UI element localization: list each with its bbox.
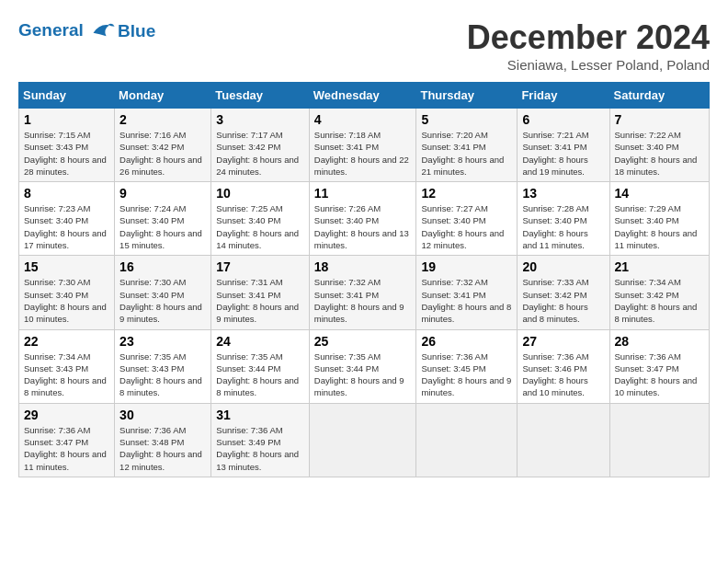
day-number: 6	[522, 112, 604, 127]
day-info: Sunrise: 7:26 AMSunset: 3:40 PMDaylight:…	[314, 202, 412, 251]
day-info: Sunrise: 7:18 AMSunset: 3:41 PMDaylight:…	[314, 129, 412, 178]
calendar-cell: 14Sunrise: 7:29 AMSunset: 3:40 PMDayligh…	[609, 182, 710, 256]
day-info: Sunrise: 7:35 AMSunset: 3:44 PMDaylight:…	[216, 350, 304, 399]
day-info: Sunrise: 7:36 AMSunset: 3:48 PMDaylight:…	[119, 424, 206, 473]
calendar-cell	[518, 403, 609, 477]
header-friday: Friday	[518, 83, 609, 109]
calendar-cell: 23Sunrise: 7:35 AMSunset: 3:43 PMDayligh…	[115, 329, 211, 403]
calendar-cell: 19Sunrise: 7:32 AMSunset: 3:41 PMDayligh…	[416, 256, 518, 329]
day-info: Sunrise: 7:21 AMSunset: 3:41 PMDaylight:…	[522, 129, 604, 178]
location-subtitle: Sieniawa, Lesser Poland, Poland	[467, 57, 710, 73]
week-row-2: 8Sunrise: 7:23 AMSunset: 3:40 PMDaylight…	[19, 182, 710, 256]
day-number: 19	[421, 259, 512, 274]
day-info: Sunrise: 7:22 AMSunset: 3:40 PMDaylight:…	[615, 129, 705, 178]
calendar-cell: 22Sunrise: 7:34 AMSunset: 3:43 PMDayligh…	[19, 329, 115, 403]
logo: General Blue	[18, 18, 155, 44]
calendar-header-row: SundayMondayTuesdayWednesdayThursdayFrid…	[19, 83, 710, 109]
header-thursday: Thursday	[416, 83, 518, 109]
day-info: Sunrise: 7:35 AMSunset: 3:44 PMDaylight:…	[314, 350, 412, 399]
day-number: 13	[522, 186, 604, 201]
day-number: 15	[24, 259, 109, 274]
calendar-cell: 2Sunrise: 7:16 AMSunset: 3:42 PMDaylight…	[115, 109, 211, 182]
day-number: 20	[522, 259, 604, 274]
week-row-5: 29Sunrise: 7:36 AMSunset: 3:47 PMDayligh…	[19, 403, 710, 477]
day-info: Sunrise: 7:36 AMSunset: 3:47 PMDaylight:…	[615, 350, 705, 399]
day-info: Sunrise: 7:34 AMSunset: 3:43 PMDaylight:…	[24, 350, 109, 399]
week-row-1: 1Sunrise: 7:15 AMSunset: 3:43 PMDaylight…	[19, 109, 710, 182]
calendar-cell: 3Sunrise: 7:17 AMSunset: 3:42 PMDaylight…	[211, 109, 310, 182]
calendar-cell: 27Sunrise: 7:36 AMSunset: 3:46 PMDayligh…	[518, 329, 609, 403]
day-number: 25	[314, 334, 412, 349]
calendar-cell: 26Sunrise: 7:36 AMSunset: 3:45 PMDayligh…	[416, 329, 518, 403]
day-info: Sunrise: 7:36 AMSunset: 3:45 PMDaylight:…	[421, 350, 512, 399]
day-number: 11	[314, 186, 412, 201]
day-number: 7	[615, 112, 705, 127]
day-info: Sunrise: 7:32 AMSunset: 3:41 PMDaylight:…	[421, 276, 512, 325]
day-number: 10	[216, 186, 304, 201]
week-row-3: 15Sunrise: 7:30 AMSunset: 3:40 PMDayligh…	[19, 256, 710, 329]
day-info: Sunrise: 7:27 AMSunset: 3:40 PMDaylight:…	[421, 202, 512, 251]
calendar-cell: 5Sunrise: 7:20 AMSunset: 3:41 PMDaylight…	[416, 109, 518, 182]
calendar-cell: 18Sunrise: 7:32 AMSunset: 3:41 PMDayligh…	[309, 256, 416, 329]
title-block: December 2024 Sieniawa, Lesser Poland, P…	[467, 18, 710, 73]
calendar-cell: 30Sunrise: 7:36 AMSunset: 3:48 PMDayligh…	[115, 403, 211, 477]
calendar-cell	[309, 403, 416, 477]
week-row-4: 22Sunrise: 7:34 AMSunset: 3:43 PMDayligh…	[19, 329, 710, 403]
day-number: 28	[615, 334, 705, 349]
day-number: 1	[24, 112, 109, 127]
calendar-cell: 25Sunrise: 7:35 AMSunset: 3:44 PMDayligh…	[309, 329, 416, 403]
day-number: 4	[314, 112, 412, 127]
day-info: Sunrise: 7:30 AMSunset: 3:40 PMDaylight:…	[119, 276, 206, 325]
calendar-cell	[609, 403, 710, 477]
calendar-cell: 28Sunrise: 7:36 AMSunset: 3:47 PMDayligh…	[609, 329, 710, 403]
day-info: Sunrise: 7:36 AMSunset: 3:47 PMDaylight:…	[24, 424, 109, 473]
logo-text-general: General	[18, 20, 84, 40]
day-info: Sunrise: 7:23 AMSunset: 3:40 PMDaylight:…	[24, 202, 109, 251]
calendar-cell	[416, 403, 518, 477]
calendar-cell: 6Sunrise: 7:21 AMSunset: 3:41 PMDaylight…	[518, 109, 609, 182]
day-number: 17	[216, 259, 304, 274]
day-number: 14	[615, 186, 705, 201]
calendar-cell: 9Sunrise: 7:24 AMSunset: 3:40 PMDaylight…	[115, 182, 211, 256]
day-info: Sunrise: 7:36 AMSunset: 3:49 PMDaylight:…	[216, 424, 304, 473]
calendar-cell: 24Sunrise: 7:35 AMSunset: 3:44 PMDayligh…	[211, 329, 310, 403]
header-sunday: Sunday	[19, 83, 115, 109]
calendar-cell: 7Sunrise: 7:22 AMSunset: 3:40 PMDaylight…	[609, 109, 710, 182]
day-number: 29	[24, 408, 109, 422]
day-info: Sunrise: 7:31 AMSunset: 3:41 PMDaylight:…	[216, 276, 304, 325]
day-info: Sunrise: 7:15 AMSunset: 3:43 PMDaylight:…	[24, 129, 109, 178]
header-wednesday: Wednesday	[309, 83, 416, 109]
day-number: 18	[314, 259, 412, 274]
calendar-cell: 12Sunrise: 7:27 AMSunset: 3:40 PMDayligh…	[416, 182, 518, 256]
day-info: Sunrise: 7:17 AMSunset: 3:42 PMDaylight:…	[216, 129, 304, 178]
page-header: General Blue December 2024 Sieniawa, Les…	[18, 18, 710, 73]
day-number: 27	[522, 334, 604, 349]
day-number: 9	[119, 186, 206, 201]
day-number: 30	[119, 408, 206, 422]
calendar-cell: 31Sunrise: 7:36 AMSunset: 3:49 PMDayligh…	[211, 403, 310, 477]
day-info: Sunrise: 7:28 AMSunset: 3:40 PMDaylight:…	[522, 202, 604, 251]
day-number: 21	[615, 259, 705, 274]
day-number: 8	[24, 186, 109, 201]
day-info: Sunrise: 7:20 AMSunset: 3:41 PMDaylight:…	[421, 129, 512, 178]
day-info: Sunrise: 7:29 AMSunset: 3:40 PMDaylight:…	[615, 202, 705, 251]
logo-bird-icon	[90, 18, 116, 44]
day-number: 22	[24, 334, 109, 349]
day-info: Sunrise: 7:34 AMSunset: 3:42 PMDaylight:…	[615, 276, 705, 325]
calendar-cell: 15Sunrise: 7:30 AMSunset: 3:40 PMDayligh…	[19, 256, 115, 329]
day-number: 16	[119, 259, 206, 274]
calendar-cell: 4Sunrise: 7:18 AMSunset: 3:41 PMDaylight…	[309, 109, 416, 182]
day-info: Sunrise: 7:35 AMSunset: 3:43 PMDaylight:…	[119, 350, 206, 399]
day-number: 2	[119, 112, 206, 127]
calendar-cell: 1Sunrise: 7:15 AMSunset: 3:43 PMDaylight…	[19, 109, 115, 182]
day-number: 24	[216, 334, 304, 349]
calendar-cell: 20Sunrise: 7:33 AMSunset: 3:42 PMDayligh…	[518, 256, 609, 329]
header-saturday: Saturday	[609, 83, 710, 109]
calendar-table: SundayMondayTuesdayWednesdayThursdayFrid…	[18, 82, 710, 477]
calendar-cell: 29Sunrise: 7:36 AMSunset: 3:47 PMDayligh…	[19, 403, 115, 477]
calendar-cell: 16Sunrise: 7:30 AMSunset: 3:40 PMDayligh…	[115, 256, 211, 329]
day-number: 31	[216, 408, 304, 422]
month-title: December 2024	[467, 18, 710, 57]
day-info: Sunrise: 7:25 AMSunset: 3:40 PMDaylight:…	[216, 202, 304, 251]
calendar-cell: 8Sunrise: 7:23 AMSunset: 3:40 PMDaylight…	[19, 182, 115, 256]
